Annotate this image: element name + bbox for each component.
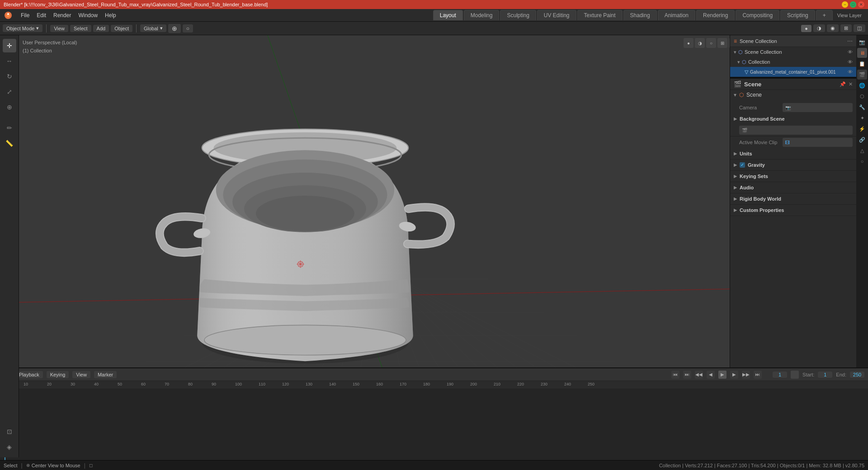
prop-tab-modifier[interactable]: 🔧 bbox=[857, 102, 867, 112]
blender-logo[interactable] bbox=[3, 10, 14, 21]
end-label: End: bbox=[836, 372, 846, 377]
tab-sculpting[interactable]: Sculpting bbox=[500, 10, 536, 20]
play-btn[interactable]: ▶ bbox=[718, 371, 726, 379]
prop-tab-world[interactable]: 🌐 bbox=[857, 80, 867, 90]
prop-tab-particles[interactable]: ✦ bbox=[857, 113, 867, 123]
start-frame-input[interactable]: 1 bbox=[818, 371, 832, 378]
transform-orientation[interactable]: Global ▾ bbox=[140, 24, 166, 32]
select-status[interactable]: Select bbox=[4, 463, 18, 468]
outliner-filter-icon[interactable]: ⋯ bbox=[847, 38, 853, 44]
menu-window[interactable]: Window bbox=[75, 11, 101, 20]
close-button[interactable]: ✕ bbox=[858, 1, 864, 8]
current-frame-input[interactable]: 1 bbox=[773, 371, 787, 378]
last-frame-btn[interactable]: ⏭ bbox=[754, 371, 762, 379]
tab-layout[interactable]: Layout bbox=[433, 10, 463, 20]
tab-animation[interactable]: Animation bbox=[658, 10, 695, 20]
units-header[interactable]: ▶ Units bbox=[730, 148, 856, 159]
audio-header[interactable]: ▶ Audio bbox=[730, 182, 856, 193]
menu-file[interactable]: File bbox=[17, 11, 33, 20]
transform-orient-icon[interactable]: ⊡ bbox=[3, 425, 16, 438]
proportional-edit[interactable]: ○ bbox=[183, 24, 193, 33]
frame-fwd-btn[interactable]: ▶ bbox=[730, 371, 738, 379]
prop-tab-physics[interactable]: ⚡ bbox=[857, 124, 867, 134]
select-menu[interactable]: Select bbox=[70, 25, 91, 32]
keying-sets-header[interactable]: ▶ Keying Sets bbox=[730, 171, 856, 182]
bg-scene-value[interactable]: 🎬 bbox=[739, 126, 853, 135]
prop-tab-constraints[interactable]: 🔗 bbox=[857, 135, 867, 145]
prop-tab-output[interactable]: 🖥 bbox=[857, 48, 867, 58]
viewport-shading-material[interactable]: ◑ bbox=[813, 24, 825, 32]
keying-menu[interactable]: Keying bbox=[47, 371, 69, 378]
viewport-overlay[interactable]: ⊞ bbox=[717, 38, 727, 48]
frame-back-btn[interactable]: ◀ bbox=[707, 371, 715, 379]
scene-collection-row[interactable]: ▾ ⬡ Scene Collection 👁 bbox=[730, 47, 856, 57]
camera-value[interactable]: 📷 bbox=[783, 103, 853, 112]
statusbar: Select | ⊕ Center View to Mouse | ◻ Coll… bbox=[0, 460, 868, 470]
snap-icon[interactable]: ◈ bbox=[3, 440, 16, 454]
background-scene-header[interactable]: ▶ Background Scene bbox=[730, 113, 856, 124]
minimize-button[interactable]: − bbox=[842, 1, 848, 8]
eye-toggle[interactable]: 👁 bbox=[848, 49, 853, 55]
eye-toggle2[interactable]: 👁 bbox=[848, 59, 853, 65]
tab-shading[interactable]: Shading bbox=[623, 10, 657, 20]
center-view-status[interactable]: Center View to Mouse bbox=[32, 463, 80, 468]
prop-tab-scene[interactable]: 🎬 bbox=[857, 70, 867, 80]
playback-menu[interactable]: Playback bbox=[15, 371, 43, 378]
transform-icon[interactable]: ⊕ bbox=[3, 100, 16, 114]
marker-menu[interactable]: Marker bbox=[94, 371, 117, 378]
props-close-icon[interactable]: ✕ bbox=[849, 81, 853, 87]
menu-edit[interactable]: Edit bbox=[33, 11, 50, 20]
timeline-view-menu[interactable]: View bbox=[72, 371, 90, 378]
move-icon[interactable]: ↔ bbox=[3, 54, 16, 68]
xray-toggle[interactable]: ◫ bbox=[854, 24, 865, 32]
prop-tab-object[interactable]: ⬡ bbox=[857, 91, 867, 101]
collection-row[interactable]: ▾ ⬡ Collection 👁 bbox=[730, 57, 856, 67]
viewport-shading-solid[interactable]: ● bbox=[801, 25, 811, 32]
measure-icon[interactable]: 📏 bbox=[3, 136, 16, 150]
viewport-shade-solid[interactable]: ● bbox=[684, 38, 693, 48]
movie-clip-label: Active Movie Clip bbox=[739, 140, 780, 145]
snap-toggle[interactable]: ⊕ bbox=[168, 24, 181, 33]
fast-fwd-btn[interactable]: ▶▶ bbox=[742, 371, 750, 379]
viewport-rendered[interactable]: ○ bbox=[706, 38, 716, 48]
tab-uv-editing[interactable]: UV Editing bbox=[537, 10, 576, 20]
gravity-checkbox[interactable] bbox=[740, 162, 745, 168]
overlay-toggle[interactable]: ⊞ bbox=[840, 24, 852, 32]
add-menu[interactable]: Add bbox=[93, 25, 109, 32]
rotate-icon[interactable]: ↻ bbox=[3, 70, 16, 83]
tab-scripting[interactable]: Scripting bbox=[780, 10, 815, 20]
rigid-body-header[interactable]: ▶ Rigid Body World bbox=[730, 193, 856, 204]
movie-clip-value[interactable]: 🎞 bbox=[783, 138, 853, 147]
end-frame-input[interactable]: 250 bbox=[850, 371, 864, 378]
menu-help[interactable]: Help bbox=[101, 11, 120, 20]
first-frame-btn[interactable]: ⏮ bbox=[671, 371, 679, 379]
gravity-header[interactable]: ▶ Gravity bbox=[730, 160, 856, 170]
eye-toggle3[interactable]: 👁 bbox=[848, 69, 853, 75]
viewport-look-dev[interactable]: ◑ bbox=[695, 38, 705, 48]
prop-tab-data[interactable]: △ bbox=[857, 146, 867, 155]
object-row[interactable]: ▽ Galvanized_metal_container_01_pivot.00… bbox=[730, 67, 856, 77]
tab-rendering[interactable]: Rendering bbox=[696, 10, 735, 20]
view-menu[interactable]: View bbox=[50, 25, 68, 32]
rewind-btn[interactable]: ◀◀ bbox=[695, 371, 703, 379]
prop-tab-material[interactable]: ○ bbox=[857, 156, 867, 166]
scene-expand-icon[interactable]: ▾ bbox=[734, 92, 736, 98]
maximize-button[interactable]: □ bbox=[850, 1, 856, 8]
scale-icon[interactable]: ⤢ bbox=[3, 85, 16, 99]
custom-props-header[interactable]: ▶ Custom Properties bbox=[730, 205, 856, 216]
cursor-icon[interactable]: ✛ bbox=[3, 39, 16, 52]
menu-render[interactable]: Render bbox=[50, 11, 75, 20]
object-menu[interactable]: Object bbox=[111, 25, 132, 32]
prev-keyframe-btn[interactable]: ⏭ bbox=[683, 371, 691, 379]
mode-selector[interactable]: Object Mode ▾ bbox=[3, 24, 42, 32]
tab-modeling[interactable]: Modeling bbox=[464, 10, 500, 20]
tab-add[interactable]: + bbox=[816, 10, 833, 20]
tab-texture-paint[interactable]: Texture Paint bbox=[577, 10, 623, 20]
prop-tab-render[interactable]: 📷 bbox=[857, 37, 867, 47]
viewport-shading-rendered[interactable]: ◉ bbox=[827, 24, 839, 32]
timeline-tracks[interactable] bbox=[0, 389, 868, 460]
props-pin-icon[interactable]: 📌 bbox=[840, 81, 846, 87]
prop-tab-view-layer[interactable]: 📋 bbox=[857, 59, 867, 69]
annotate-icon[interactable]: ✏ bbox=[3, 121, 16, 135]
tab-compositing[interactable]: Compositing bbox=[736, 10, 779, 20]
